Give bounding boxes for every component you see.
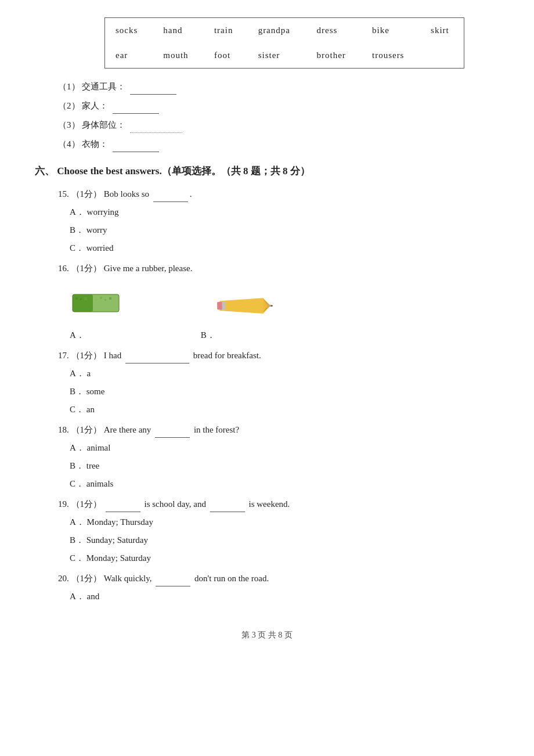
q17-option-c[interactable]: C． an — [70, 402, 499, 417]
fill-blank-1[interactable] — [130, 94, 176, 95]
word-cell: ear — [105, 43, 153, 69]
word-cell: mouth — [153, 43, 204, 69]
q18-option-b[interactable]: B． tree — [70, 458, 499, 474]
question-16: 16. （1分） Give me a rubber, please. — [58, 261, 499, 276]
word-cell: train — [204, 18, 248, 44]
word-cell: dress — [306, 18, 362, 44]
q15-score: （1分） — [71, 189, 102, 199]
question-18: 18. （1分） Are there any in the forest? — [58, 422, 499, 438]
svg-rect-9 — [104, 299, 106, 301]
word-cell: socks — [105, 18, 153, 44]
fill-blank-3[interactable] — [130, 132, 182, 133]
image-pencil — [215, 294, 273, 323]
q18-text: Are there any in the forest? — [104, 425, 239, 434]
page-footer: 第 3 页 共 8 页 — [35, 628, 499, 642]
q17-option-a[interactable]: A． a — [70, 366, 499, 381]
fill-blank-2[interactable] — [113, 113, 159, 114]
fill-category-3: （3） 身体部位： — [58, 117, 499, 133]
svg-rect-13 — [222, 301, 226, 310]
svg-marker-11 — [219, 298, 270, 314]
q15-option-a[interactable]: A． worrying — [70, 204, 499, 220]
q15-text: Bob looks so . — [104, 189, 192, 199]
q18-number: 18. — [58, 425, 69, 434]
word-cell: brother — [306, 43, 362, 69]
q17-number: 17. — [58, 351, 69, 360]
word-cell: bike — [362, 18, 420, 44]
q19-option-b[interactable]: B． Sunday; Saturday — [70, 532, 499, 548]
q19-text: is school day, and is weekend. — [104, 499, 290, 509]
q16-images — [70, 286, 499, 323]
word-cell: grandpa — [248, 18, 306, 44]
svg-rect-4 — [80, 298, 82, 300]
word-cell — [420, 43, 464, 69]
q16-score: （1分） — [71, 264, 102, 273]
question-17: 17. （1分） I had bread for breakfast. — [58, 348, 499, 363]
question-19: 19. （1分） is school day, and is weekend. — [58, 496, 499, 512]
q19-score: （1分） — [71, 499, 102, 509]
q19-option-a[interactable]: A． Monday; Thursday — [70, 514, 499, 530]
svg-marker-16 — [271, 305, 273, 307]
question-20: 20. （1分） Walk quickly, don't run on the … — [58, 571, 499, 586]
q18-option-c[interactable]: C． animals — [70, 476, 499, 492]
fill-blank-4[interactable] — [113, 152, 159, 152]
q20-score: （1分） — [71, 574, 102, 583]
word-cell: trousers — [362, 43, 420, 69]
q16-ab-options: A． B． — [70, 327, 499, 343]
q19-option-c[interactable]: C． Monday; Saturday — [70, 550, 499, 566]
q20-option-a[interactable]: A． and — [70, 589, 499, 604]
image-eraser — [70, 286, 122, 323]
fill-category-4: （4） 衣物： — [58, 136, 499, 152]
word-table: socks hand train grandpa dress bike skir… — [104, 17, 464, 69]
word-cell: hand — [153, 18, 204, 44]
word-cell: sister — [248, 43, 306, 69]
q16-option-a-label[interactable]: A． — [70, 327, 85, 343]
question-15: 15. （1分） Bob looks so . — [58, 186, 499, 202]
q16-text: Give me a rubber, please. — [104, 264, 193, 273]
q15-number: 15. — [58, 189, 69, 199]
q17-option-b[interactable]: B． some — [70, 384, 499, 399]
q16-option-b-label[interactable]: B． — [201, 327, 215, 343]
q20-text: Walk quickly, don't run on the road. — [104, 574, 269, 583]
q16-number: 16. — [58, 264, 69, 273]
fill-category-1: （1） 交通工具： — [58, 79, 499, 95]
q15-option-c[interactable]: C． worried — [70, 240, 499, 256]
svg-rect-6 — [90, 296, 92, 298]
q15-option-b[interactable]: B． worry — [70, 222, 499, 238]
svg-rect-5 — [84, 297, 87, 300]
word-cell: skirt — [420, 18, 464, 44]
svg-rect-7 — [95, 298, 97, 300]
svg-rect-10 — [109, 297, 111, 300]
svg-rect-8 — [100, 297, 102, 299]
q20-number: 20. — [58, 574, 69, 583]
q18-option-a[interactable]: A． animal — [70, 440, 499, 456]
section6-title: 六、 Choose the best answers.（单项选择。（共 8 题；… — [35, 163, 499, 181]
q17-text: I had bread for breakfast. — [104, 351, 261, 360]
word-cell: foot — [204, 43, 248, 69]
q19-number: 19. — [58, 499, 69, 509]
svg-rect-3 — [75, 297, 78, 300]
fill-category-2: （2） 家人： — [58, 98, 499, 114]
q17-score: （1分） — [71, 351, 102, 360]
q18-score: （1分） — [71, 425, 102, 434]
svg-rect-1 — [73, 294, 93, 312]
